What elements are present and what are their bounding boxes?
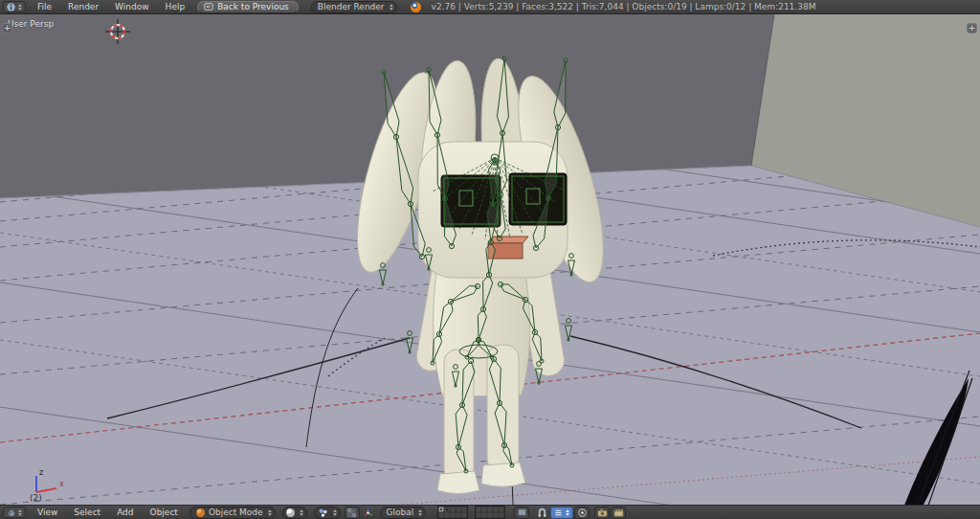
- shading-spinner[interactable]: [299, 509, 304, 516]
- back-arrow-icon: [204, 2, 213, 11]
- menu-select[interactable]: Select: [66, 508, 108, 517]
- axis-z-label: z: [39, 468, 43, 477]
- menu-window[interactable]: Window: [107, 2, 157, 11]
- editor-type-selector[interactable]: [3, 1, 26, 12]
- render-animation-button[interactable]: [611, 507, 626, 519]
- editor-selector-spinner[interactable]: [17, 509, 23, 516]
- info-editor-icon: [6, 2, 16, 12]
- snap-target-icon: [577, 508, 588, 518]
- render-engine-dropdown[interactable]: Blender Render: [311, 1, 397, 13]
- snap-element-spinner[interactable]: [565, 509, 570, 516]
- scene-lock-icon: [517, 508, 527, 518]
- pivot-point-icon: [318, 508, 328, 518]
- pivot-point-dropdown[interactable]: [314, 507, 341, 519]
- render-image-button[interactable]: [594, 507, 610, 519]
- menu-render[interactable]: Render: [60, 2, 106, 11]
- layers-group-1[interactable]: [437, 506, 468, 519]
- render-image-icon: [597, 508, 608, 518]
- interaction-mode-value: Object Mode: [209, 508, 263, 517]
- layer-cell[interactable]: [461, 512, 467, 518]
- orientation-spinner[interactable]: [417, 509, 423, 516]
- active-object-label: (2): [30, 493, 42, 503]
- eye-right: [509, 173, 567, 225]
- snap-toggle-button[interactable]: [534, 507, 549, 519]
- manipulator-toggle-icon: [346, 508, 357, 518]
- back-to-previous-button[interactable]: Back to Previous: [197, 1, 299, 13]
- menu-file[interactable]: File: [30, 2, 59, 11]
- top-header-bar: File Render Window Help Back to Previous…: [0, 0, 980, 14]
- render-engine-value: Blender Render: [318, 2, 385, 11]
- editor-selector-spinner[interactable]: [17, 4, 23, 11]
- menu-object[interactable]: Object: [143, 508, 186, 517]
- menu-view[interactable]: View: [30, 508, 65, 517]
- menu-add[interactable]: Add: [109, 508, 141, 517]
- view-name-label: User Persp: [8, 19, 54, 29]
- 3d-viewport[interactable]: User Persp (2) z x + +: [0, 14, 980, 505]
- manipulator-toggle-button[interactable]: [345, 507, 360, 519]
- object-mode-icon: [196, 508, 205, 517]
- mode-spinner[interactable]: [267, 509, 273, 516]
- viewport-scene: [0, 14, 980, 505]
- menu-help[interactable]: Help: [158, 2, 193, 11]
- viewport-shading-dropdown[interactable]: [282, 507, 307, 519]
- 3d-view-editor-icon: [6, 508, 16, 518]
- foot-left: [437, 471, 479, 494]
- blender-logo-icon: [411, 2, 421, 12]
- snap-element-dropdown[interactable]: [550, 507, 573, 519]
- foot-right: [481, 463, 525, 486]
- snap-magnet-icon: [537, 508, 547, 518]
- properties-expand-button[interactable]: +: [967, 23, 977, 34]
- scene-lock-button[interactable]: [514, 507, 529, 519]
- translate-manipulator-button[interactable]: [361, 507, 376, 519]
- translate-manipulator-icon: [363, 508, 373, 518]
- viewport-shading-icon: [286, 508, 295, 517]
- snap-element-icon: [554, 508, 563, 517]
- snap-target-button[interactable]: [574, 507, 590, 519]
- transform-orientation-dropdown[interactable]: Global: [380, 507, 427, 519]
- layers-group-2[interactable]: [475, 506, 505, 519]
- render-animation-icon: [613, 508, 624, 518]
- editor-type-selector-3dview[interactable]: [3, 507, 26, 518]
- render-engine-spinner[interactable]: [389, 4, 394, 11]
- back-to-previous-label: Back to Previous: [217, 2, 289, 11]
- interaction-mode-dropdown[interactable]: Object Mode: [189, 507, 276, 519]
- transform-orientation-value: Global: [387, 508, 414, 517]
- layer-cell[interactable]: [499, 512, 504, 518]
- pivot-spinner[interactable]: [332, 509, 338, 516]
- viewport-header-bar: View Select Add Object Object Mode Gl: [0, 505, 980, 519]
- toolshelf-expand-button[interactable]: +: [2, 23, 12, 34]
- scene-stats-text: v2.76 | Verts:5,239 | Faces:3,522 | Tris…: [432, 2, 816, 11]
- axis-x-label: x: [59, 480, 64, 488]
